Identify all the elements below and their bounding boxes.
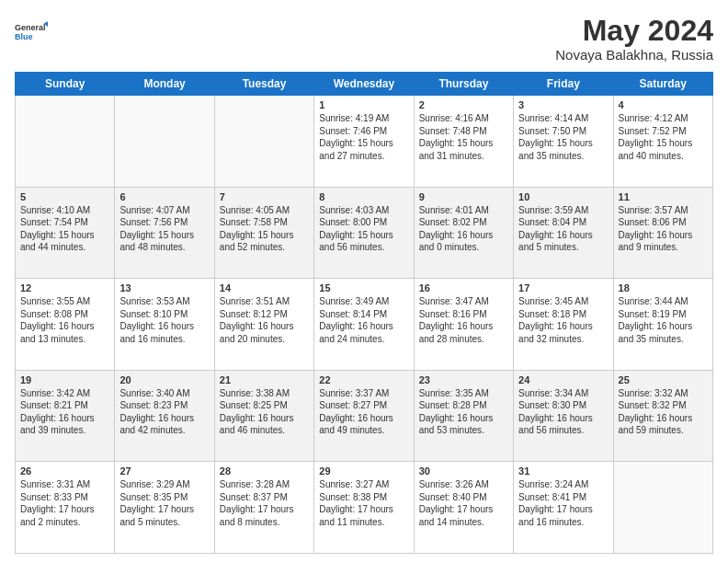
table-row: 9Sunrise: 4:01 AMSunset: 8:02 PMDaylight…: [414, 187, 513, 279]
table-row: [16, 96, 115, 188]
table-row: 10Sunrise: 3:59 AMSunset: 8:04 PMDayligh…: [514, 187, 613, 279]
day-number: 1: [319, 99, 408, 110]
day-info: Sunrise: 4:07 AMSunset: 7:56 PMDaylight:…: [119, 204, 209, 254]
day-number: 27: [119, 465, 209, 477]
day-number: 3: [518, 99, 608, 110]
day-info: Sunrise: 3:57 AMSunset: 8:06 PMDaylight:…: [619, 204, 708, 254]
day-info: Sunrise: 4:03 AMSunset: 8:00 PMDaylight:…: [319, 204, 408, 254]
table-row: 26Sunrise: 3:31 AMSunset: 8:33 PMDayligh…: [16, 462, 115, 554]
col-thursday: Thursday: [414, 73, 513, 96]
logo: General Blue: [15, 15, 48, 48]
day-info: Sunrise: 3:27 AMSunset: 8:38 PMDaylight:…: [319, 478, 408, 528]
day-number: 11: [619, 191, 708, 202]
title-month: May 2024: [555, 15, 713, 47]
day-number: 24: [518, 374, 608, 385]
table-row: [613, 462, 712, 554]
day-number: 2: [419, 99, 508, 110]
table-row: 19Sunrise: 3:42 AMSunset: 8:21 PMDayligh…: [16, 370, 115, 462]
table-row: 21Sunrise: 3:38 AMSunset: 8:25 PMDayligh…: [214, 370, 313, 462]
table-row: 14Sunrise: 3:51 AMSunset: 8:12 PMDayligh…: [214, 279, 313, 371]
table-row: 28Sunrise: 3:28 AMSunset: 8:37 PMDayligh…: [214, 462, 313, 554]
table-row: 11Sunrise: 3:57 AMSunset: 8:06 PMDayligh…: [613, 187, 712, 279]
col-tuesday: Tuesday: [214, 73, 313, 96]
day-number: 17: [518, 282, 608, 293]
calendar-week-row: 5Sunrise: 4:10 AMSunset: 7:54 PMDaylight…: [16, 187, 713, 279]
day-info: Sunrise: 4:10 AMSunset: 7:54 PMDaylight:…: [20, 204, 109, 254]
day-info: Sunrise: 4:05 AMSunset: 7:58 PMDaylight:…: [220, 204, 309, 254]
day-info: Sunrise: 3:26 AMSunset: 8:40 PMDaylight:…: [419, 478, 508, 528]
day-number: 6: [119, 191, 209, 202]
day-number: 13: [119, 282, 209, 293]
calendar-header-row: Sunday Monday Tuesday Wednesday Thursday…: [16, 73, 713, 96]
day-number: 16: [419, 282, 508, 293]
title-location: Novaya Balakhna, Russia: [555, 47, 713, 63]
table-row: [214, 96, 313, 188]
table-row: 20Sunrise: 3:40 AMSunset: 8:23 PMDayligh…: [115, 370, 214, 462]
table-row: 30Sunrise: 3:26 AMSunset: 8:40 PMDayligh…: [414, 462, 513, 554]
col-wednesday: Wednesday: [314, 73, 414, 96]
day-number: 18: [619, 282, 708, 293]
table-row: 7Sunrise: 4:05 AMSunset: 7:58 PMDaylight…: [214, 187, 313, 279]
day-number: 20: [119, 374, 209, 385]
table-row: 13Sunrise: 3:53 AMSunset: 8:10 PMDayligh…: [115, 279, 214, 371]
svg-text:General: General: [15, 23, 46, 32]
day-info: Sunrise: 3:29 AMSunset: 8:35 PMDaylight:…: [119, 478, 209, 528]
calendar-week-row: 1Sunrise: 4:19 AMSunset: 7:46 PMDaylight…: [16, 96, 713, 188]
day-info: Sunrise: 3:51 AMSunset: 8:12 PMDaylight:…: [220, 295, 309, 345]
day-info: Sunrise: 4:19 AMSunset: 7:46 PMDaylight:…: [319, 112, 408, 162]
svg-text:Blue: Blue: [15, 32, 33, 41]
col-monday: Monday: [115, 73, 214, 96]
calendar-week-row: 26Sunrise: 3:31 AMSunset: 8:33 PMDayligh…: [16, 462, 713, 554]
day-number: 14: [220, 282, 309, 293]
day-info: Sunrise: 3:59 AMSunset: 8:04 PMDaylight:…: [518, 204, 608, 254]
day-info: Sunrise: 4:01 AMSunset: 8:02 PMDaylight:…: [419, 204, 508, 254]
day-number: 30: [419, 465, 508, 477]
table-row: 25Sunrise: 3:32 AMSunset: 8:32 PMDayligh…: [613, 370, 712, 462]
day-number: 4: [619, 99, 708, 110]
day-number: 26: [20, 465, 109, 477]
table-row: 4Sunrise: 4:12 AMSunset: 7:52 PMDaylight…: [613, 96, 712, 188]
day-info: Sunrise: 4:14 AMSunset: 7:50 PMDaylight:…: [518, 112, 608, 162]
day-number: 7: [220, 191, 309, 202]
col-saturday: Saturday: [613, 73, 712, 96]
day-info: Sunrise: 3:44 AMSunset: 8:19 PMDaylight:…: [619, 295, 708, 345]
col-friday: Friday: [514, 73, 613, 96]
calendar-week-row: 12Sunrise: 3:55 AMSunset: 8:08 PMDayligh…: [16, 279, 713, 371]
day-info: Sunrise: 3:24 AMSunset: 8:41 PMDaylight:…: [518, 478, 608, 528]
day-number: 19: [20, 374, 109, 385]
day-number: 9: [419, 191, 508, 202]
table-row: 31Sunrise: 3:24 AMSunset: 8:41 PMDayligh…: [514, 462, 613, 554]
day-number: 12: [20, 282, 109, 293]
day-info: Sunrise: 3:34 AMSunset: 8:30 PMDaylight:…: [518, 387, 608, 437]
day-info: Sunrise: 3:28 AMSunset: 8:37 PMDaylight:…: [220, 478, 309, 528]
day-info: Sunrise: 4:16 AMSunset: 7:48 PMDaylight:…: [419, 112, 508, 162]
table-row: 8Sunrise: 4:03 AMSunset: 8:00 PMDaylight…: [314, 187, 414, 279]
day-info: Sunrise: 3:49 AMSunset: 8:14 PMDaylight:…: [319, 295, 408, 345]
day-number: 10: [518, 191, 608, 202]
table-row: 18Sunrise: 3:44 AMSunset: 8:19 PMDayligh…: [613, 279, 712, 371]
day-number: 22: [319, 374, 408, 385]
table-row: 22Sunrise: 3:37 AMSunset: 8:27 PMDayligh…: [314, 370, 414, 462]
day-info: Sunrise: 3:31 AMSunset: 8:33 PMDaylight:…: [20, 478, 109, 528]
table-row: 17Sunrise: 3:45 AMSunset: 8:18 PMDayligh…: [514, 279, 613, 371]
table-row: 1Sunrise: 4:19 AMSunset: 7:46 PMDaylight…: [314, 96, 414, 188]
day-number: 29: [319, 465, 408, 477]
day-info: Sunrise: 4:12 AMSunset: 7:52 PMDaylight:…: [619, 112, 708, 162]
table-row: 12Sunrise: 3:55 AMSunset: 8:08 PMDayligh…: [16, 279, 115, 371]
day-number: 28: [220, 465, 309, 477]
table-row: 27Sunrise: 3:29 AMSunset: 8:35 PMDayligh…: [115, 462, 214, 554]
day-info: Sunrise: 3:53 AMSunset: 8:10 PMDaylight:…: [119, 295, 209, 345]
table-row: 15Sunrise: 3:49 AMSunset: 8:14 PMDayligh…: [314, 279, 414, 371]
day-info: Sunrise: 3:42 AMSunset: 8:21 PMDaylight:…: [20, 387, 109, 437]
table-row: 16Sunrise: 3:47 AMSunset: 8:16 PMDayligh…: [414, 279, 513, 371]
title-block: May 2024 Novaya Balakhna, Russia: [555, 15, 713, 63]
table-row: 23Sunrise: 3:35 AMSunset: 8:28 PMDayligh…: [414, 370, 513, 462]
day-info: Sunrise: 3:40 AMSunset: 8:23 PMDaylight:…: [119, 387, 209, 437]
day-info: Sunrise: 3:32 AMSunset: 8:32 PMDaylight:…: [619, 387, 708, 437]
table-row: 24Sunrise: 3:34 AMSunset: 8:30 PMDayligh…: [514, 370, 613, 462]
day-number: 5: [20, 191, 109, 202]
day-info: Sunrise: 3:35 AMSunset: 8:28 PMDaylight:…: [419, 387, 508, 437]
day-info: Sunrise: 3:37 AMSunset: 8:27 PMDaylight:…: [319, 387, 408, 437]
day-number: 31: [518, 465, 608, 477]
day-info: Sunrise: 3:38 AMSunset: 8:25 PMDaylight:…: [220, 387, 309, 437]
